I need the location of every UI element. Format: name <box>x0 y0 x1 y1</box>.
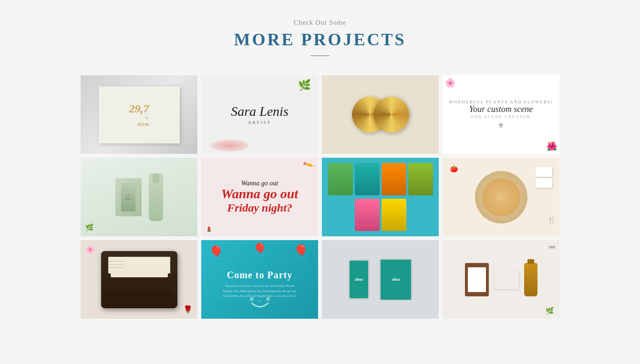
clipboard <box>465 263 489 296</box>
artist-title: ARTIST <box>231 120 289 125</box>
typewriter-keys <box>106 292 173 301</box>
artist-name: Sara Lenis <box>231 104 289 119</box>
plant-decoration: 🌿 <box>546 307 554 315</box>
project-item-11[interactable]: alma alma <box>322 240 439 319</box>
header-divider <box>310 55 330 56</box>
header-title: MORE PROJECTS <box>234 30 406 50</box>
fruit-card-3 <box>382 163 406 195</box>
fruit-card-4 <box>408 163 433 195</box>
glasses-icon: 👓 <box>548 244 556 251</box>
typewriter-paper-text: ─ ─ ─ ─ ─ ─ ─ ─ ─ ─ ─ ─ ─ ─ ─ ─ ─ ─ ─ ─ <box>108 259 170 271</box>
wanna-line2: Wanna go out <box>221 187 298 202</box>
tree-decoration: 🌿 <box>298 79 311 91</box>
ornament: ⚜ <box>449 121 553 130</box>
phone-brand: alma <box>355 277 363 282</box>
brush-icon: ✏️ <box>302 158 315 171</box>
gold-ring-2 <box>373 97 409 132</box>
project-item-10[interactable]: 🎈 🎈 🎈 Come to Party The party starts her… <box>201 240 318 319</box>
stationery-items <box>495 270 518 289</box>
balloon-blue: 🎈 <box>208 245 224 260</box>
tablet-device: alma <box>379 258 413 301</box>
lips-icon: 💄 <box>206 226 212 232</box>
project-item-1[interactable]: 29,7 × 42cm <box>81 75 197 154</box>
project-item-8[interactable]: 🍴 🍅 <box>443 158 559 236</box>
project-item-5[interactable]: ✦BOX 🌿 <box>81 158 197 236</box>
fruit-card-1 <box>328 163 353 195</box>
product-tube <box>149 173 163 221</box>
pizza <box>482 178 520 216</box>
pine-cone: 🌿 <box>85 223 93 232</box>
wanna-line1: Wanna go out <box>221 180 298 187</box>
card-item <box>495 270 518 289</box>
clipboard-paper <box>468 267 486 292</box>
page-header: Check Out Some MORE PROJECTS <box>234 19 406 56</box>
fork-knife: 🍴 <box>547 216 556 224</box>
flower-decoration-right: 🌺 <box>547 141 557 152</box>
paper-mockup: 29,7 × 42cm <box>99 86 180 143</box>
project-item-4[interactable]: WONDERFUL PLANTS AND FLOWERS! Your custo… <box>443 75 559 154</box>
business-cards <box>536 167 552 188</box>
party-title: Come to Party <box>222 270 298 281</box>
product-box: ✦BOX <box>115 178 142 216</box>
flower-decoration: 🌸 <box>85 245 95 254</box>
bottle-item <box>524 263 537 296</box>
fruit-card-6 <box>382 199 406 231</box>
project-item-3[interactable] <box>322 75 439 154</box>
typewriter-machine: ─ ─ ─ ─ ─ ─ ─ ─ ─ ─ ─ ─ ─ ─ ─ ─ ─ ─ ─ ─ <box>101 251 177 308</box>
header-subtitle: Check Out Some <box>234 19 406 27</box>
project-item-7[interactable] <box>322 158 439 236</box>
tomato-icon: 🍅 <box>450 165 458 173</box>
tablet-brand: alma <box>392 277 400 282</box>
projects-grid: 29,7 × 42cm Sara Lenis ARTIST 🌿 <box>81 75 559 319</box>
phone-device: alma <box>348 259 370 300</box>
smiley-face <box>246 295 274 309</box>
project-item-9[interactable]: ─ ─ ─ ─ ─ ─ ─ ─ ─ ─ ─ ─ ─ ─ ─ ─ ─ ─ ─ ─ … <box>81 240 197 319</box>
watercolor-decoration <box>211 140 249 152</box>
project-item-6[interactable]: Wanna go out Wanna go out Friday night? … <box>201 158 318 236</box>
svg-point-0 <box>249 297 254 301</box>
project-item-12[interactable]: 🌿 👓 <box>443 240 559 319</box>
custom-scene-title: Your custom scene <box>449 105 553 114</box>
custom-scene-sub: FOR SCENE CREATOR <box>449 114 553 119</box>
flower-decoration-2: 🌹 <box>183 305 193 314</box>
flower-decoration-left: 🌸 <box>445 78 455 88</box>
wanna-line3: Friday night? <box>221 202 298 214</box>
cutting-board <box>475 171 527 223</box>
fruit-card-5 <box>355 199 380 231</box>
fruit-card-2 <box>355 163 380 195</box>
svg-point-1 <box>266 297 270 301</box>
balloon-teal: 🎈 <box>253 243 267 256</box>
project-item-2[interactable]: Sara Lenis ARTIST 🌿 <box>201 75 318 154</box>
balloon-yellow: 🎈 <box>293 244 309 259</box>
